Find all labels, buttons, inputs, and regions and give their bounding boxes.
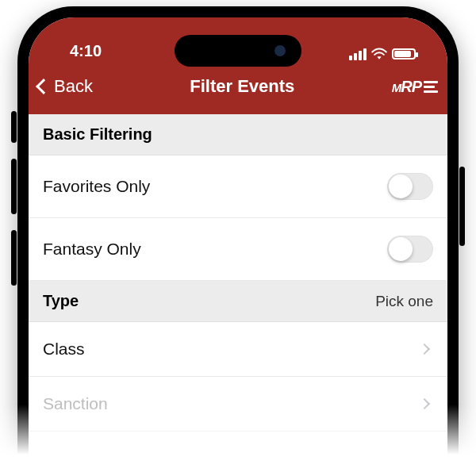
phone-volume-up [11,159,17,214]
row-label: Fantasy Only [43,240,141,259]
row-label: Sanction [43,394,108,413]
fantasy-toggle[interactable] [387,236,433,263]
toggle-knob [389,175,413,198]
row-fantasy-only[interactable]: Fantasy Only [29,218,447,281]
dynamic-island [175,35,301,67]
section-title: Type [43,292,79,310]
page-title: Filter Events [190,76,294,97]
cellular-signal-icon [349,48,367,60]
chevron-left-icon [36,79,52,94]
section-header-type: Type Pick one [29,281,447,322]
phone-frame: 4:10 Back Filter Events MRP [17,6,459,476]
chevron-right-icon [419,344,430,355]
row-sanction[interactable]: Sanction [29,377,447,432]
row-label: Favorites Only [43,177,150,196]
back-label: Back [54,76,93,97]
app-logo[interactable]: MRP [392,78,438,96]
phone-volume-down [11,230,17,286]
row-label: Class [43,340,85,359]
settings-list: Basic Filtering Favorites Only Fantasy O… [29,114,447,432]
battery-icon [392,48,416,60]
phone-side-button [11,111,17,143]
status-icons [349,48,416,60]
row-class[interactable]: Class [29,322,447,377]
logo-text: MRP [392,78,421,96]
nav-bar: Back Filter Events MRP [29,65,447,114]
section-title: Basic Filtering [43,125,152,144]
phone-screen: 4:10 Back Filter Events MRP [29,17,447,476]
favorites-toggle[interactable] [387,173,433,200]
section-header-basic: Basic Filtering [29,114,447,155]
status-time: 4:10 [70,42,102,60]
back-button[interactable]: Back [38,76,93,97]
toggle-knob [389,237,413,261]
phone-power-button [459,167,465,246]
section-hint: Pick one [375,293,433,310]
row-favorites-only[interactable]: Favorites Only [29,155,447,218]
wifi-icon [371,48,387,60]
chevron-right-icon [419,398,430,409]
menu-lines-icon [424,81,438,93]
